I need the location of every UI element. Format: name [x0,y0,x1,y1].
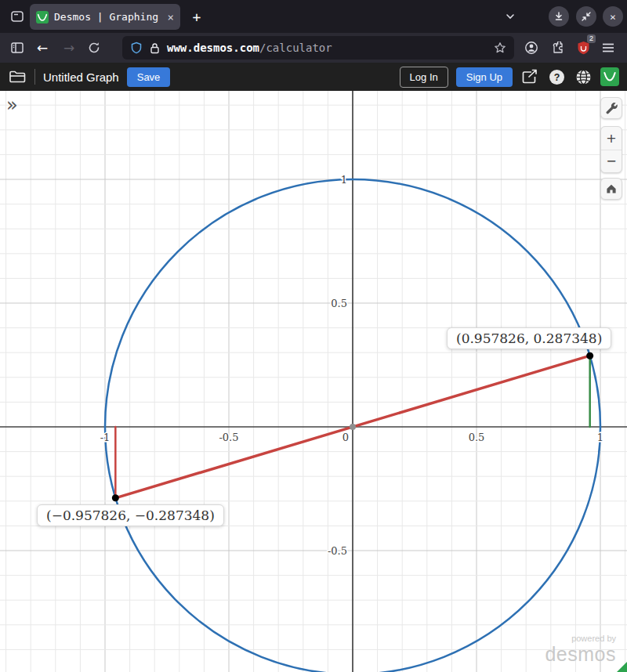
axis-tick-label: 1 [341,174,347,186]
minimize-icon [553,11,564,22]
firefox-view-icon [10,9,24,23]
url-bar[interactable]: www.desmos.com/calculator [122,36,514,60]
save-button[interactable]: Save [127,67,171,87]
browser-tab[interactable]: Desmos | Graphing × [30,4,180,30]
tracking-protection-shield-icon [130,42,143,54]
axis-tick-label: 1 [597,432,603,443]
browser-window: Desmos | Graphing × + × [0,0,627,672]
language-button[interactable] [574,67,593,86]
share-icon [521,69,538,85]
axis-tick-label: 0.5 [331,298,347,309]
forward-button[interactable]: → [58,37,80,59]
reload-button[interactable] [83,37,105,59]
extensions-button[interactable] [547,37,569,59]
header-divider [34,69,35,85]
zoom-controls: + − [600,126,622,173]
help-button[interactable]: ? [547,67,566,86]
plot-point[interactable] [350,424,356,430]
axis-tick-label: 0.5 [469,432,485,443]
wrench-icon [605,102,618,114]
new-tab-button[interactable]: + [187,6,207,27]
minimize-button[interactable] [549,6,569,27]
svg-text:?: ? [553,72,560,83]
firefox-view-button[interactable] [6,5,28,27]
lock-icon [150,42,160,54]
navigation-bar: ← → www.desmos.com/calculator [0,33,627,63]
desmos-header: Untitled Graph Save Log In Sign Up ? [0,63,627,91]
expand-expressions-button[interactable]: » [6,96,18,114]
puzzle-piece-icon [552,42,565,55]
open-graph-button[interactable] [8,67,27,86]
desmos-logo[interactable] [600,67,619,86]
default-view-button[interactable] [600,178,622,200]
url-text: www.desmos.com/calculator [167,42,487,54]
reload-icon [88,42,100,54]
hamburger-icon [602,42,614,53]
home-icon [605,182,618,195]
tab-close-button[interactable]: × [168,11,174,23]
axis-tick-label: -0.5 [328,545,347,557]
tab-bar: Desmos | Graphing × + × [0,0,627,33]
point-label: (−0.957826, −0.287348) [37,504,224,526]
axis-tick-label: -1 [100,432,111,443]
point-label: (0.957826, 0.287348) [447,327,611,349]
help-icon: ? [549,69,565,85]
url-host: www.desmos.com [167,42,259,54]
restore-window-button[interactable] [576,6,596,27]
graph-settings-button[interactable] [600,97,622,119]
axis-tick-label: 0 [342,432,349,443]
sidebar-toggle-button[interactable] [6,37,28,59]
sign-up-button[interactable]: Sign Up [456,67,513,87]
zoom-in-button[interactable]: + [601,127,622,150]
restore-icon [581,11,592,22]
adblock-extension-button[interactable]: 2 [572,37,594,59]
plot-point[interactable] [586,352,593,359]
menu-button[interactable] [597,37,619,59]
log-in-button[interactable]: Log In [400,67,448,88]
plot-point[interactable] [112,494,119,501]
corner-resize-badge [617,662,627,672]
back-button[interactable]: ← [31,37,53,59]
zoom-out-button[interactable]: − [601,150,622,173]
account-button[interactable] [520,37,542,59]
tab-title: Desmos | Graphing [54,11,162,23]
watermark-brand: desmos [545,644,616,664]
bookmark-star-icon[interactable] [494,42,506,54]
sidebar-icon [10,41,24,55]
axis-tick-label: -0.5 [219,432,238,443]
globe-icon [575,69,592,85]
graph-title[interactable]: Untitled Graph [43,70,119,84]
desmos-watermark: powered by desmos [545,634,616,664]
extension-badge: 2 [587,34,596,43]
account-icon [524,41,538,55]
graph-canvas[interactable]: -1-0.500.5110.5-0.5 [0,91,627,672]
share-button[interactable] [520,67,539,86]
desmos-logo-icon [602,69,618,85]
close-window-button[interactable]: × [603,6,623,27]
list-all-tabs-button[interactable] [500,6,520,27]
url-path: /calculator [259,42,332,54]
desmos-favicon [36,11,49,23]
folder-icon [9,70,26,84]
graph-paper[interactable]: -1-0.500.5110.5-0.5 » + − (0.957826, 0.2… [0,91,627,672]
chevron-down-icon [505,11,516,22]
